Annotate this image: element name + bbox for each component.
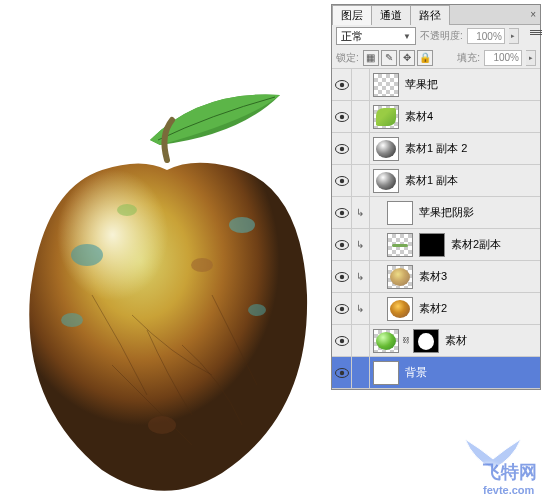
opacity-input[interactable]: 100%: [467, 28, 505, 44]
layer-row[interactable]: ↳苹果把阴影: [332, 197, 540, 229]
svg-point-18: [339, 242, 343, 246]
blend-mode-value: 正常: [341, 29, 363, 44]
layer-thumbnail[interactable]: [373, 361, 399, 385]
opacity-dropdown-icon[interactable]: ▸: [509, 28, 519, 44]
layer-thumbnail[interactable]: [373, 73, 399, 97]
blend-mode-select[interactable]: 正常 ▼: [336, 27, 416, 45]
lock-pixels-icon[interactable]: ✎: [381, 50, 397, 66]
layer-name[interactable]: 苹果把: [402, 77, 536, 92]
svg-point-12: [339, 146, 343, 150]
visibility-toggle-icon[interactable]: [332, 133, 352, 165]
tab-channels[interactable]: 通道: [371, 5, 411, 25]
panel-menu-icon[interactable]: [530, 25, 542, 39]
layer-mask-thumbnail[interactable]: [419, 233, 445, 257]
visibility-toggle-icon[interactable]: [332, 197, 352, 229]
layer-row[interactable]: 背景: [332, 357, 540, 389]
link-column: [352, 133, 370, 165]
visibility-toggle-icon[interactable]: [332, 229, 352, 261]
clip-arrow-icon: ↳: [356, 207, 364, 218]
svg-point-24: [339, 338, 343, 342]
visibility-toggle-icon[interactable]: [332, 261, 352, 293]
lock-row: 锁定: ▦ ✎ ✥ 🔒 填充: 100% ▸: [332, 47, 540, 69]
fill-dropdown-icon[interactable]: ▸: [526, 50, 536, 66]
layer-thumbnail[interactable]: [373, 105, 399, 129]
layer-row[interactable]: 苹果把: [332, 69, 540, 101]
chevron-down-icon: ▼: [403, 32, 411, 41]
layer-name[interactable]: 背景: [402, 365, 536, 380]
visibility-toggle-icon[interactable]: [332, 357, 352, 389]
layers-panel: 图层 通道 路径 × 正常 ▼ 不透明度: 100% ▸ 锁定: ▦ ✎ ✥ 🔒…: [331, 4, 541, 390]
tab-layers[interactable]: 图层: [332, 5, 372, 25]
layer-thumbnail[interactable]: [387, 265, 413, 289]
layer-name[interactable]: 素材1 副本 2: [402, 141, 536, 156]
link-column: [352, 165, 370, 197]
lock-position-icon[interactable]: ✥: [399, 50, 415, 66]
watermark-site: 飞特网: [483, 460, 537, 484]
layer-thumbnail[interactable]: [373, 137, 399, 161]
visibility-toggle-icon[interactable]: [332, 325, 352, 357]
svg-point-16: [339, 210, 343, 214]
svg-point-6: [148, 416, 176, 434]
svg-point-8: [339, 82, 343, 86]
svg-point-14: [339, 178, 343, 182]
layer-thumbnail[interactable]: [373, 329, 399, 353]
layer-thumbnail[interactable]: [387, 297, 413, 321]
layer-name[interactable]: 素材2副本: [448, 237, 536, 252]
visibility-toggle-icon[interactable]: [332, 69, 352, 101]
tab-paths[interactable]: 路径: [410, 5, 450, 25]
link-column: ↳: [352, 261, 370, 293]
visibility-toggle-icon[interactable]: [332, 165, 352, 197]
svg-point-3: [248, 304, 266, 316]
clip-arrow-icon: ↳: [356, 239, 364, 250]
link-column: ↳: [352, 293, 370, 325]
clip-arrow-icon: ↳: [356, 303, 364, 314]
layer-row[interactable]: 素材4: [332, 101, 540, 133]
layer-name[interactable]: 素材1 副本: [402, 173, 536, 188]
link-column: ↳: [352, 229, 370, 261]
svg-point-1: [229, 217, 255, 233]
layer-row[interactable]: ⛓素材: [332, 325, 540, 357]
link-icon[interactable]: ⛓: [402, 336, 410, 345]
link-column: ↳: [352, 197, 370, 229]
svg-point-5: [191, 258, 213, 272]
layer-name[interactable]: 素材3: [416, 269, 536, 284]
watermark-url: fevte.com: [483, 484, 537, 496]
svg-point-10: [339, 114, 343, 118]
svg-point-0: [71, 244, 103, 266]
fill-input[interactable]: 100%: [484, 50, 522, 66]
layer-thumbnail[interactable]: [373, 169, 399, 193]
svg-point-2: [61, 313, 83, 327]
blend-row: 正常 ▼ 不透明度: 100% ▸: [332, 25, 540, 47]
panel-close-icon[interactable]: ×: [526, 9, 540, 20]
layer-row[interactable]: 素材1 副本 2: [332, 133, 540, 165]
clip-arrow-icon: ↳: [356, 271, 364, 282]
layer-name[interactable]: 素材4: [402, 109, 536, 124]
watermark-wings-icon: [463, 434, 523, 474]
layer-thumbnail[interactable]: [387, 233, 413, 257]
lock-transparency-icon[interactable]: ▦: [363, 50, 379, 66]
visibility-toggle-icon[interactable]: [332, 101, 352, 133]
layer-name[interactable]: 素材2: [416, 301, 536, 316]
layer-row[interactable]: ↳素材2副本: [332, 229, 540, 261]
layer-thumbnail[interactable]: [387, 201, 413, 225]
layers-list: 苹果把素材4素材1 副本 2素材1 副本↳苹果把阴影↳素材2副本↳素材3↳素材2…: [332, 69, 540, 389]
layer-row[interactable]: ↳素材2: [332, 293, 540, 325]
layer-row[interactable]: 素材1 副本: [332, 165, 540, 197]
watermark-text: 飞特网 fevte.com: [483, 460, 537, 496]
layer-name[interactable]: 素材: [442, 333, 536, 348]
link-column: [352, 69, 370, 101]
layer-name[interactable]: 苹果把阴影: [416, 205, 536, 220]
svg-point-22: [339, 306, 343, 310]
panel-tabs: 图层 通道 路径 ×: [332, 5, 540, 25]
visibility-toggle-icon[interactable]: [332, 293, 352, 325]
layer-row[interactable]: ↳素材3: [332, 261, 540, 293]
link-column: [352, 101, 370, 133]
svg-point-4: [117, 204, 137, 216]
lock-all-icon[interactable]: 🔒: [417, 50, 433, 66]
lock-label: 锁定:: [336, 51, 359, 65]
link-column: [352, 357, 370, 389]
layer-mask-thumbnail[interactable]: [413, 329, 439, 353]
opacity-label: 不透明度:: [420, 29, 463, 43]
svg-point-26: [339, 370, 343, 374]
canvas-area: [0, 0, 330, 502]
